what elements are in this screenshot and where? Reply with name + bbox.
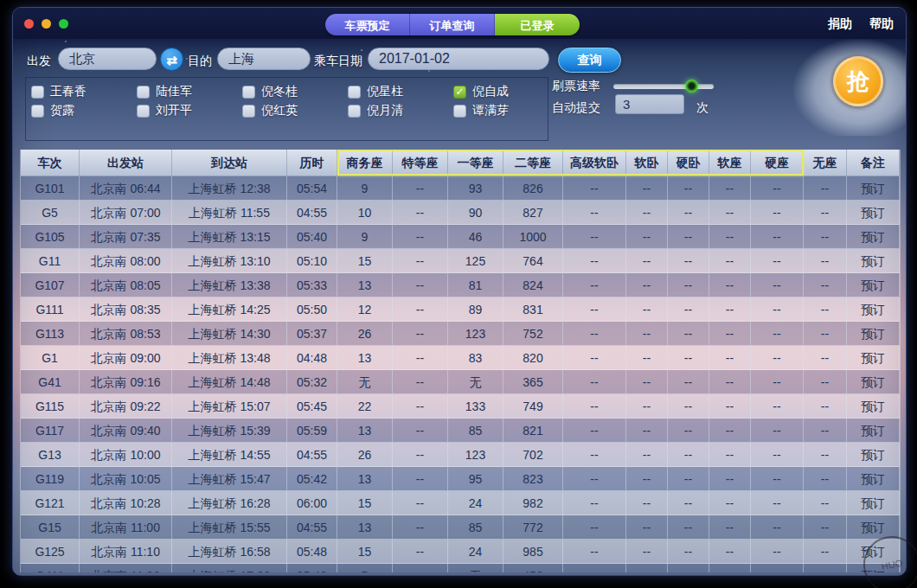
passenger-checkbox[interactable]: 倪月清 — [348, 101, 453, 120]
cell: 04:55 — [287, 201, 337, 225]
book-link[interactable]: 预订 — [847, 346, 900, 370]
cell: G411 — [21, 564, 80, 572]
checkbox-icon[interactable] — [242, 105, 255, 118]
column-header: 备注 — [847, 150, 900, 176]
checkbox-icon[interactable] — [348, 86, 361, 99]
cell: -- — [563, 540, 626, 564]
cell: -- — [804, 515, 847, 540]
tab-ticket-booking[interactable]: 车票预定 — [325, 14, 410, 35]
passenger-checkbox[interactable]: 谭满芽 — [453, 101, 559, 120]
cell: 上海虹桥 17:08 — [172, 564, 287, 572]
cell: 05:42 — [287, 467, 337, 491]
checkbox-icon[interactable] — [348, 105, 361, 118]
cell: G115 — [21, 394, 80, 419]
cell: -- — [709, 297, 751, 322]
tab-logged-in-status[interactable]: 已登录 — [495, 14, 580, 35]
cell: -- — [626, 370, 668, 394]
to-station-input[interactable] — [217, 48, 311, 70]
rate-slider-handle[interactable] — [685, 80, 698, 93]
passenger-checkbox[interactable]: 倪冬桂 — [242, 82, 348, 101]
cell: -- — [751, 419, 804, 443]
cell: -- — [804, 176, 847, 201]
book-link[interactable]: 预订 — [847, 249, 900, 273]
cell: 上海虹桥 13:15 — [172, 225, 287, 249]
cell: -- — [626, 491, 668, 515]
cell: -- — [709, 394, 751, 419]
cell: -- — [626, 540, 668, 564]
help-link[interactable]: 帮助 — [869, 16, 894, 32]
column-header: 特等座 — [393, 150, 448, 176]
donate-link[interactable]: 捐助 — [828, 16, 852, 32]
passenger-checkbox[interactable]: 陆佳军 — [137, 82, 242, 101]
cell: -- — [804, 249, 847, 273]
passenger-name: 倪月清 — [367, 103, 403, 118]
book-link[interactable]: 预订 — [847, 564, 900, 572]
passenger-checkbox[interactable]: 倪红英 — [242, 101, 348, 120]
checkbox-icon[interactable] — [31, 86, 44, 99]
checkbox-icon[interactable] — [453, 105, 466, 118]
cell: -- — [626, 419, 668, 443]
book-link[interactable]: 预订 — [847, 419, 900, 443]
book-link[interactable]: 预订 — [847, 540, 900, 564]
book-link[interactable]: 预订 — [847, 201, 900, 225]
checkbox-icon[interactable] — [31, 105, 44, 118]
book-link[interactable]: 预订 — [847, 491, 900, 515]
cell: 上海虹桥 12:38 — [172, 176, 287, 201]
cell: -- — [668, 346, 709, 370]
from-station-input[interactable] — [58, 48, 157, 70]
book-link[interactable]: 预订 — [847, 443, 900, 467]
book-link[interactable]: 预订 — [847, 225, 900, 249]
book-link[interactable]: 预订 — [847, 176, 900, 201]
auto-submit-count-input[interactable] — [615, 94, 684, 114]
cell: 北京南 06:44 — [80, 176, 172, 201]
cell: -- — [563, 564, 626, 572]
column-header: 硬卧 — [668, 150, 709, 176]
passenger-name: 王春香 — [50, 84, 87, 99]
cell: -- — [709, 467, 751, 491]
cell: 1000 — [503, 225, 563, 249]
swap-stations-button[interactable]: ⇄ — [160, 48, 183, 71]
book-link[interactable]: 预订 — [847, 297, 900, 322]
cell: 9 — [337, 176, 393, 201]
cell: G117 — [21, 419, 80, 443]
checkbox-icon[interactable] — [242, 86, 255, 99]
cell: G119 — [21, 467, 80, 491]
close-window-button[interactable] — [24, 19, 34, 29]
cell: -- — [563, 225, 626, 249]
checkbox-icon[interactable] — [137, 86, 150, 99]
cell: -- — [804, 467, 847, 491]
cell: 125 — [448, 249, 503, 273]
cell: -- — [626, 273, 668, 297]
passenger-checkbox[interactable]: ✓倪自成 — [453, 82, 559, 101]
checkbox-icon[interactable] — [137, 105, 150, 118]
passenger-checkbox[interactable]: 倪星柱 — [348, 82, 453, 101]
grab-ticket-button[interactable]: 抢 — [833, 56, 883, 106]
cell: 450 — [503, 564, 563, 572]
cell: -- — [668, 370, 709, 394]
rate-slider[interactable] — [613, 84, 714, 89]
book-link[interactable]: 预订 — [847, 394, 900, 419]
cell: -- — [668, 515, 709, 540]
cell: 上海虹桥 13:48 — [172, 346, 287, 370]
cell: -- — [751, 346, 804, 370]
cell: 5 — [337, 564, 393, 572]
book-link[interactable]: 预订 — [847, 515, 900, 540]
cell: -- — [751, 443, 804, 467]
passenger-name: 倪冬桂 — [261, 84, 298, 99]
travel-date-input[interactable] — [368, 48, 549, 70]
book-link[interactable]: 预订 — [847, 322, 900, 346]
checkbox-checked-icon[interactable]: ✓ — [453, 86, 466, 99]
cell: -- — [709, 346, 751, 370]
passenger-checkbox[interactable]: 刘开平 — [137, 101, 242, 120]
tab-order-query[interactable]: 订单查询 — [410, 14, 495, 35]
book-link[interactable]: 预订 — [847, 467, 900, 491]
book-link[interactable]: 预订 — [847, 273, 900, 297]
maximize-window-button[interactable] — [59, 19, 68, 29]
minimize-window-button[interactable] — [42, 19, 51, 29]
passenger-checkbox[interactable]: 王春香 — [31, 82, 137, 101]
cell: -- — [563, 346, 626, 370]
query-button[interactable]: 查询 — [558, 48, 621, 73]
book-link[interactable]: 预订 — [847, 370, 900, 394]
cell: -- — [393, 370, 448, 394]
passenger-checkbox[interactable]: 贺露 — [31, 101, 137, 120]
